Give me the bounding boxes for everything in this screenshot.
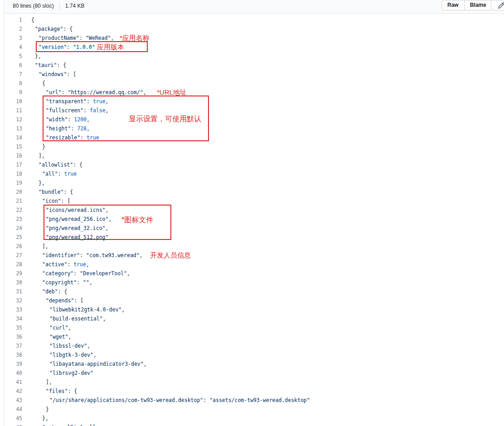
line-number[interactable]: 5 bbox=[4, 52, 22, 61]
line-number[interactable]: 36 bbox=[4, 332, 22, 341]
code-line: 29"category": "DeveloperTool", bbox=[4, 269, 504, 278]
line-number[interactable]: 44 bbox=[4, 405, 22, 414]
line-number[interactable]: 13 bbox=[4, 124, 22, 133]
line-number[interactable]: 8 bbox=[4, 79, 22, 88]
line-number[interactable]: 28 bbox=[4, 260, 22, 269]
line-number[interactable]: 37 bbox=[4, 341, 22, 350]
code-line-content: "copyright": "", bbox=[22, 278, 92, 287]
pencil-icon bbox=[498, 2, 504, 9]
code-line-content: "png/weread_256.ico", bbox=[22, 215, 111, 224]
line-number[interactable]: 35 bbox=[4, 323, 22, 332]
code-line: 26], bbox=[4, 242, 504, 251]
code-line: 4"version": "1.0.0" bbox=[4, 43, 504, 52]
file-info-divider bbox=[59, 2, 60, 10]
line-number[interactable]: 34 bbox=[4, 314, 22, 323]
line-number[interactable]: 45 bbox=[4, 414, 22, 423]
code-line: 3"productName": "WeRead", bbox=[4, 34, 504, 43]
line-number[interactable]: 30 bbox=[4, 278, 22, 287]
line-number[interactable]: 33 bbox=[4, 305, 22, 314]
code-line-content: "url": "https://weread.qq.com/", bbox=[22, 88, 146, 97]
line-number[interactable]: 14 bbox=[4, 133, 22, 142]
line-number[interactable]: 20 bbox=[4, 187, 22, 196]
code-line-content: "fullscreen": false, bbox=[22, 106, 109, 115]
line-number[interactable]: 21 bbox=[4, 196, 22, 206]
line-number[interactable]: 27 bbox=[4, 251, 22, 260]
line-number[interactable]: 29 bbox=[4, 269, 22, 278]
code-line: 11"fullscreen": false, bbox=[4, 106, 504, 115]
code-line-content: "height": 728, bbox=[22, 124, 90, 133]
code-line: 6"tauri": { bbox=[4, 61, 504, 70]
line-number[interactable]: 46 bbox=[4, 423, 22, 426]
line-number[interactable]: 9 bbox=[4, 88, 22, 97]
code-line-content: "wget", bbox=[22, 332, 71, 341]
code-line-content: "externalBin": [] bbox=[22, 423, 96, 426]
code-lines: 1{2"package": {3"productName": "WeRead",… bbox=[4, 15, 504, 426]
line-number[interactable]: 31 bbox=[4, 287, 22, 296]
file-viewer: 80 lines (80 sloc) 1.74 KB Raw Blame 1{2… bbox=[4, 0, 504, 426]
line-number[interactable]: 32 bbox=[4, 296, 22, 305]
code-line: 24"png/weread_32.ico", bbox=[4, 224, 504, 233]
code-line-content: "curl", bbox=[22, 323, 71, 332]
line-number[interactable]: 10 bbox=[4, 97, 22, 106]
raw-button[interactable]: Raw bbox=[441, 0, 465, 10]
code-line: 5}, bbox=[4, 52, 504, 61]
line-number[interactable]: 23 bbox=[4, 215, 22, 224]
blame-button[interactable]: Blame bbox=[465, 0, 492, 10]
code-line-content: "productName": "WeRead", bbox=[22, 34, 114, 43]
line-number[interactable]: 12 bbox=[4, 115, 22, 124]
code-line: 17"allowlist": { bbox=[4, 160, 504, 169]
code-line-content: "allowlist": { bbox=[22, 160, 82, 169]
line-number[interactable]: 19 bbox=[4, 178, 22, 187]
line-number[interactable]: 26 bbox=[4, 242, 22, 251]
code-line-content: ], bbox=[22, 378, 52, 387]
code-line-content: }, bbox=[22, 52, 41, 61]
line-number[interactable]: 39 bbox=[4, 359, 22, 369]
line-number[interactable]: 43 bbox=[4, 396, 22, 405]
code-line-content: } bbox=[22, 142, 45, 151]
line-number[interactable]: 15 bbox=[4, 142, 22, 151]
line-number[interactable]: 40 bbox=[4, 369, 22, 378]
lines-count: 80 lines (80 sloc) bbox=[13, 3, 54, 10]
line-number[interactable]: 7 bbox=[4, 70, 22, 79]
line-number[interactable]: 25 bbox=[4, 233, 22, 242]
line-number[interactable]: 11 bbox=[4, 106, 22, 115]
code-line: 7"windows": [ bbox=[4, 70, 504, 79]
edit-file-button[interactable] bbox=[491, 0, 504, 10]
line-number[interactable]: 38 bbox=[4, 350, 22, 359]
code-line-content: "windows": [ bbox=[22, 70, 76, 79]
file-header: 80 lines (80 sloc) 1.74 KB Raw Blame bbox=[4, 0, 504, 14]
line-number[interactable]: 41 bbox=[4, 378, 22, 387]
code-line-content: } bbox=[22, 405, 49, 414]
line-number[interactable]: 42 bbox=[4, 387, 22, 396]
code-line-content: "libgtk-3-dev", bbox=[22, 350, 97, 359]
line-number[interactable]: 17 bbox=[4, 160, 22, 169]
code-line: 33"libwebkit2gtk-4.0-dev", bbox=[4, 305, 504, 314]
code-line-content: { bbox=[22, 79, 45, 88]
code-line: 20"bundle": { bbox=[4, 187, 504, 196]
code-line: 21"icon": [ bbox=[4, 196, 504, 206]
line-number[interactable]: 6 bbox=[4, 61, 22, 70]
annotation-app-name: *应用名称 bbox=[120, 34, 150, 42]
code-area: 1{2"package": {3"productName": "WeRead",… bbox=[4, 14, 504, 426]
code-line: 41], bbox=[4, 378, 504, 387]
code-line: 22"icons/weread.icns", bbox=[4, 206, 504, 215]
line-number[interactable]: 16 bbox=[4, 151, 22, 160]
line-number[interactable]: 18 bbox=[4, 169, 22, 178]
code-line-content: "resizable": true bbox=[22, 133, 99, 142]
line-number[interactable]: 24 bbox=[4, 224, 22, 233]
line-number[interactable]: 1 bbox=[4, 15, 22, 24]
code-line-content: "depends": [ bbox=[22, 296, 83, 305]
line-number[interactable]: 2 bbox=[4, 24, 22, 34]
code-line: 36"wget", bbox=[4, 332, 504, 341]
line-number[interactable]: 22 bbox=[4, 206, 22, 215]
line-number[interactable]: 4 bbox=[4, 43, 22, 52]
code-line-content: { bbox=[22, 15, 34, 24]
code-line-content: "/usr/share/applications/com-tw93-weread… bbox=[22, 396, 310, 405]
code-line-content: "identifier": "com.tw93.weread", bbox=[22, 251, 143, 260]
file-size: 1.74 KB bbox=[65, 3, 85, 10]
line-number[interactable]: 3 bbox=[4, 34, 22, 43]
code-line-content: "all": true bbox=[22, 169, 77, 178]
code-line: 25"png/weread_512.png" bbox=[4, 233, 504, 242]
code-line: 10"transparent": true, bbox=[4, 97, 504, 106]
code-line: 44} bbox=[4, 405, 504, 414]
